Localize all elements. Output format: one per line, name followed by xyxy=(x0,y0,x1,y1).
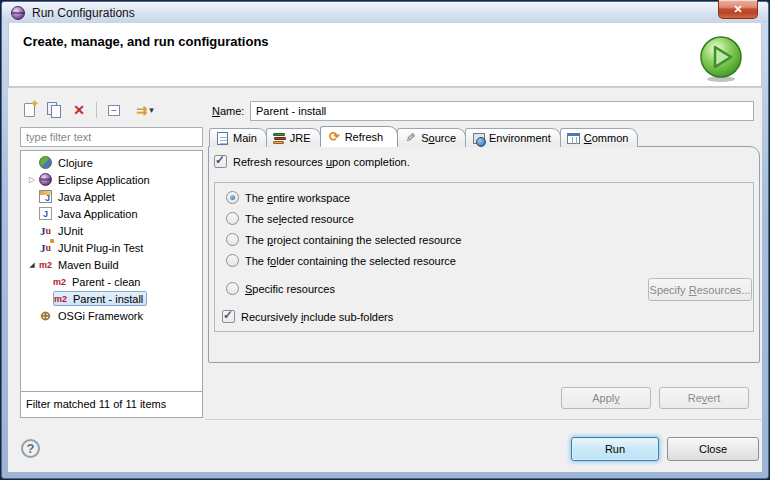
delete-icon: ✕ xyxy=(73,103,85,117)
tree-item-junit[interactable]: Ju JUnit xyxy=(21,222,202,239)
filter-text-input[interactable] xyxy=(20,127,203,147)
java-applet-icon: J xyxy=(39,190,52,203)
recursive-include-label[interactable]: Recursively include sub-folders xyxy=(241,311,393,323)
environment-tab-icon xyxy=(473,133,485,144)
scope-option-row: The project containing the selected reso… xyxy=(226,233,461,246)
filter-menu-button[interactable]: ⇉ ▾ xyxy=(130,101,160,119)
apply-button[interactable]: Apply xyxy=(561,387,651,409)
window-title: Run Configurations xyxy=(32,6,135,20)
help-icon: ? xyxy=(27,441,35,456)
tab-jre[interactable]: JRE xyxy=(266,128,321,147)
check-icon: ✓ xyxy=(223,308,233,322)
folder-containing-radio[interactable] xyxy=(226,254,239,267)
tab-main[interactable]: Main xyxy=(209,128,267,147)
junit-plugin-icon: Ju xyxy=(39,241,52,254)
common-tab-icon xyxy=(567,133,580,144)
specify-resources-button[interactable]: Specify Resources... xyxy=(648,278,752,301)
junit-icon: Ju xyxy=(39,224,52,237)
close-button[interactable]: Close xyxy=(667,437,759,461)
refresh-resources-label[interactable]: Refresh resources upon completion. xyxy=(233,156,410,168)
scope-option-row: The entire workspace xyxy=(226,191,350,204)
tree-item-clojure[interactable]: Clojure xyxy=(21,154,202,171)
maven-m2-icon: m2 xyxy=(39,258,52,271)
scope-option-row: Specific resources xyxy=(226,282,335,295)
expand-expanded-icon[interactable]: ◢ xyxy=(25,261,39,269)
refresh-resources-checkbox[interactable]: ✓ xyxy=(214,155,227,168)
recursive-include-checkbox[interactable]: ✓ xyxy=(222,310,235,323)
collapse-all-button[interactable]: − xyxy=(105,101,123,119)
close-icon: ✕ xyxy=(733,3,742,15)
run-play-icon xyxy=(697,35,745,83)
run-configurations-dialog: Run Configurations ✕ Create, manage, and… xyxy=(0,0,770,480)
tab-common[interactable]: Common xyxy=(560,128,639,147)
tab-bar: Main JRE ⟳ Refresh ✎ Source Environment … xyxy=(209,126,637,147)
maven-m2-icon: m2 xyxy=(53,275,66,288)
bottom-separator xyxy=(205,419,762,420)
clojure-icon xyxy=(39,156,52,169)
window-close-button[interactable]: ✕ xyxy=(718,0,758,19)
collapse-all-icon: − xyxy=(108,105,120,116)
tree-toolbar: ✦ ✕ − ⇉ ▾ xyxy=(20,99,160,121)
project-containing-radio[interactable] xyxy=(226,233,239,246)
name-input[interactable] xyxy=(250,101,754,121)
tab-refresh[interactable]: ⟳ Refresh xyxy=(320,126,399,147)
eclipse-run-config-icon xyxy=(11,6,25,20)
filter-status: Filter matched 11 of 11 items xyxy=(20,391,203,418)
toolbar-separator xyxy=(96,102,97,118)
jre-tab-icon xyxy=(273,132,286,145)
new-star-icon: ✦ xyxy=(31,98,39,109)
delete-configuration-button[interactable]: ✕ xyxy=(70,101,88,119)
main-tab-icon xyxy=(217,132,228,145)
refresh-tab-icon: ⟳ xyxy=(328,130,341,143)
tree-item-osgi-framework[interactable]: ⊕ OSGi Framework xyxy=(21,307,202,324)
java-application-icon: J xyxy=(39,207,52,220)
tree-item-java-applet[interactable]: J Java Applet xyxy=(21,188,202,205)
check-icon: ✓ xyxy=(215,153,225,167)
tree-item-eclipse-application[interactable]: ▷ Eclipse Application xyxy=(21,171,202,188)
specific-resources-radio[interactable] xyxy=(226,282,239,295)
header-banner: Create, manage, and run configurations xyxy=(8,23,762,87)
recursive-row: ✓ Recursively include sub-folders xyxy=(222,310,393,323)
tree-item-junit-plugin-test[interactable]: Ju JUnit Plug-in Test xyxy=(21,239,202,256)
selected-tree-item: m2 Parent - install xyxy=(53,291,147,306)
selected-resource-radio[interactable] xyxy=(226,212,239,225)
tree-item-parent-install[interactable]: m2 Parent - install xyxy=(21,290,202,307)
run-button[interactable]: Run xyxy=(571,437,659,461)
source-tab-icon: ✎ xyxy=(404,132,417,145)
tree-item-parent-clean[interactable]: m2 Parent - clean xyxy=(21,273,202,290)
tree-item-maven-build[interactable]: ◢ m2 Maven Build xyxy=(21,256,202,273)
dialog-body: ✦ ✕ − ⇉ ▾ Clojure xyxy=(8,88,762,472)
page-title: Create, manage, and run configurations xyxy=(23,34,269,49)
chevron-down-icon: ▾ xyxy=(149,105,154,115)
new-configuration-button[interactable]: ✦ xyxy=(20,101,38,119)
configuration-tree[interactable]: Clojure ▷ Eclipse Application J Java App… xyxy=(20,150,203,392)
scope-option-row: The folder containing the selected resou… xyxy=(226,254,456,267)
scope-option-row: The selected resource xyxy=(226,212,354,225)
maven-m2-icon: m2 xyxy=(54,292,67,305)
expand-collapsed-icon[interactable]: ▷ xyxy=(25,175,39,184)
revert-button[interactable]: Revert xyxy=(659,387,749,409)
name-label: Name: xyxy=(212,105,244,117)
tab-environment[interactable]: Environment xyxy=(465,128,561,147)
refresh-resources-row: ✓ Refresh resources upon completion. xyxy=(214,155,410,168)
eclipse-application-icon xyxy=(39,173,52,186)
help-button[interactable]: ? xyxy=(21,439,40,458)
entire-workspace-radio[interactable] xyxy=(226,191,239,204)
osgi-framework-icon: ⊕ xyxy=(39,309,52,322)
title-bar[interactable]: Run Configurations xyxy=(2,2,768,23)
tab-source[interactable]: ✎ Source xyxy=(397,128,466,147)
tree-item-java-application[interactable]: J Java Application xyxy=(21,205,202,222)
filter-icon: ⇉ xyxy=(136,104,147,117)
duplicate-configuration-button[interactable] xyxy=(45,101,63,119)
